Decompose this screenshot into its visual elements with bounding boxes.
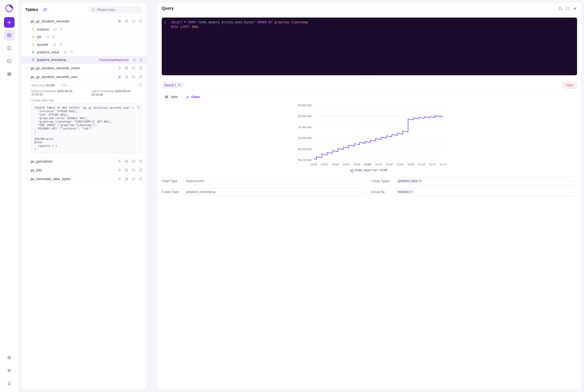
- copy-icon[interactable]: [59, 43, 62, 46]
- svg-point-71: [119, 160, 119, 160]
- database-icon[interactable]: [125, 66, 129, 70]
- copy-icon[interactable]: [139, 20, 142, 23]
- svg-text:99,350,000: 99,350,000: [298, 114, 312, 118]
- query-icon[interactable]: [132, 177, 135, 181]
- nav-ingest[interactable]: [4, 43, 15, 54]
- groupby-select[interactable]: instance✕⌄: [394, 188, 577, 196]
- table-row[interactable]: go_gc_duration_seconds_sum: [21, 72, 146, 81]
- chart-view-button[interactable]: Chart: [183, 94, 203, 100]
- nav-settings[interactable]: [4, 352, 15, 363]
- remove-chip-icon[interactable]: ✕: [419, 179, 421, 182]
- svg-rect-87: [132, 169, 135, 171]
- search-input-wrap[interactable]: [89, 6, 142, 14]
- query-icon[interactable]: [133, 58, 136, 62]
- column-row[interactable]: quantile: [21, 41, 146, 48]
- table-view-button[interactable]: Table: [162, 94, 181, 100]
- xaxis-label: X-Axis Type: [162, 190, 179, 194]
- svg-text:14:52: 14:52: [321, 163, 328, 166]
- result-tab[interactable]: Result 1 ✕: [162, 82, 184, 88]
- schema-icon[interactable]: [118, 177, 122, 181]
- column-row[interactable]: instance: [21, 26, 146, 33]
- copy-icon[interactable]: [139, 177, 142, 181]
- tag-icon: [32, 43, 35, 46]
- copy-icon[interactable]: [52, 35, 55, 38]
- close-icon[interactable]: [573, 6, 577, 10]
- nav-query[interactable]: [4, 30, 15, 41]
- copy-icon[interactable]: [139, 66, 142, 70]
- svg-point-92: [27, 179, 27, 179]
- sql-editor[interactable]: 1 SELECT * FROM "node_memory_Active_anon…: [162, 18, 577, 75]
- svg-point-47: [119, 68, 119, 69]
- table-name: go_info: [31, 168, 42, 172]
- schema-icon[interactable]: [118, 168, 122, 172]
- search-input[interactable]: [97, 8, 139, 12]
- query-icon[interactable]: [132, 160, 135, 163]
- svg-text:99,200,000: 99,200,000: [298, 148, 312, 151]
- schema-icon[interactable]: [118, 20, 122, 23]
- table-row[interactable]: go_goroutines: [21, 157, 146, 166]
- nav-notifications[interactable]: [4, 378, 15, 389]
- svg-point-7: [9, 74, 10, 75]
- nav-menu[interactable]: [4, 365, 15, 376]
- query-icon[interactable]: [54, 28, 57, 31]
- table-row[interactable]: go_info: [21, 166, 146, 174]
- copy-icon[interactable]: [60, 28, 63, 31]
- query-icon[interactable]: [132, 168, 135, 172]
- refresh-button[interactable]: [42, 6, 49, 13]
- svg-point-59: [119, 77, 119, 78]
- query-icon[interactable]: [53, 43, 56, 46]
- yaxis-select[interactable]: greptime_value✕⌄: [394, 177, 577, 185]
- chart-type-select[interactable]: line(smooth)⌄: [183, 177, 366, 185]
- copy-icon[interactable]: [139, 160, 142, 163]
- svg-text:14:54: 14:54: [332, 163, 339, 166]
- xaxis-select[interactable]: greptime_timestamp⌄: [183, 188, 366, 196]
- copy-icon[interactable]: [139, 58, 142, 62]
- svg-rect-4: [8, 60, 11, 63]
- query-panel: Query 1 SELECT * FROM "node_memory_Activ…: [158, 3, 581, 389]
- svg-point-13: [27, 20, 27, 20]
- editor-resize-handle[interactable]: ⋮⋮⋮: [158, 75, 581, 80]
- tag-icon: [32, 28, 35, 31]
- sidebar: [0, 0, 19, 392]
- table-row[interactable]: go_memstats_alloc_bytes: [21, 174, 146, 183]
- column-row[interactable]: greptime_value: [21, 48, 146, 56]
- copy-icon[interactable]: [139, 168, 142, 172]
- copy-icon[interactable]: [137, 106, 140, 109]
- column-row[interactable]: job: [21, 33, 146, 41]
- groupby-chip[interactable]: instance✕: [397, 190, 414, 194]
- schema-icon[interactable]: [118, 75, 122, 79]
- fullscreen-icon[interactable]: [565, 6, 570, 10]
- remove-chip-icon[interactable]: ✕: [410, 190, 412, 194]
- panel-resize-handle[interactable]: ⋮⋮: [150, 3, 154, 389]
- yaxis-chip[interactable]: greptime_value✕: [397, 179, 422, 183]
- schema-icon[interactable]: [118, 66, 122, 70]
- save-icon[interactable]: [558, 6, 562, 10]
- svg-point-69: [26, 162, 26, 162]
- close-tab-icon[interactable]: ✕: [178, 83, 181, 87]
- query-icon[interactable]: [132, 20, 135, 23]
- table-row[interactable]: go_gc_duration_seconds: [21, 17, 146, 26]
- query-icon[interactable]: [64, 50, 67, 54]
- refresh-icon[interactable]: [139, 84, 142, 87]
- copy-icon[interactable]: [70, 50, 73, 54]
- database-icon[interactable]: [125, 168, 129, 172]
- svg-text:99,150,000: 99,150,000: [298, 158, 312, 162]
- chevron-down-icon: ⌄: [572, 190, 574, 194]
- nav-tuning[interactable]: [4, 69, 15, 80]
- svg-rect-39: [140, 59, 142, 61]
- add-button[interactable]: [4, 17, 15, 28]
- query-icon[interactable]: [132, 66, 135, 70]
- copy-icon[interactable]: [139, 75, 142, 79]
- schema-icon[interactable]: [118, 160, 122, 163]
- query-icon[interactable]: [46, 35, 49, 38]
- query-icon[interactable]: [132, 75, 135, 79]
- svg-text:15:08: 15:08: [407, 163, 414, 166]
- column-row[interactable]: greptime_timestamp TimestampMillisecond: [21, 56, 146, 64]
- database-icon[interactable]: [125, 160, 129, 163]
- nav-runbook[interactable]: [4, 56, 15, 66]
- clear-button[interactable]: Clear: [562, 82, 577, 89]
- database-icon[interactable]: [125, 75, 129, 79]
- table-row[interactable]: go_gc_duration_seconds_count: [21, 64, 146, 72]
- database-icon[interactable]: [125, 20, 129, 23]
- database-icon[interactable]: [125, 177, 129, 181]
